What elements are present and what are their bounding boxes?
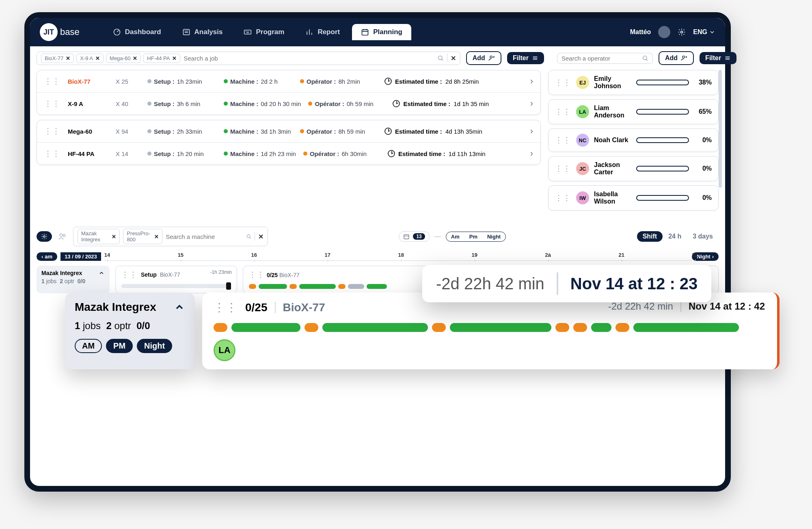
search-icon[interactable] bbox=[437, 55, 444, 61]
drag-icon[interactable]: ⋮⋮ bbox=[555, 107, 571, 116]
lane-machine-card[interactable]: Mazak Integrex 1 jobs 2 optr 0/0 bbox=[37, 266, 110, 293]
close-icon[interactable]: ✕ bbox=[154, 234, 159, 240]
job-row[interactable]: ⋮⋮HF-44 PAX 14Setup : 1h 20 minMachine :… bbox=[37, 142, 540, 165]
detail-delta: -2d 22h 42 min bbox=[608, 301, 673, 312]
operators-toolbar: Add Filter bbox=[551, 46, 725, 70]
close-icon[interactable]: ✕ bbox=[66, 55, 70, 61]
job-row[interactable]: ⋮⋮BioX-77X 25Setup : 1h 23minMachine : 2… bbox=[37, 70, 540, 92]
axis-tick: 17 bbox=[325, 252, 330, 258]
close-icon[interactable]: ✕ bbox=[95, 55, 100, 61]
nav-program[interactable]: Program bbox=[235, 24, 293, 40]
machine-chip[interactable]: PressPro-800✕ bbox=[123, 229, 162, 244]
detail-machine-card[interactable]: Mazak Integrex 1 jobs 2 optr 0/0 AM PM N… bbox=[65, 293, 195, 369]
setup-block[interactable]: ⋮⋮ Setup BioX-77 -1h 23min bbox=[115, 266, 237, 293]
operator-row[interactable]: ⋮⋮JCJackson Carter0% bbox=[548, 156, 719, 181]
clear-icon[interactable]: ✕ bbox=[451, 54, 456, 62]
nav-planning[interactable]: Planning bbox=[352, 24, 411, 40]
add-job-button[interactable]: Add bbox=[466, 51, 501, 65]
filter-jobs-button[interactable]: Filter bbox=[507, 52, 544, 64]
job-row[interactable]: ⋮⋮Mega-60X 94Setup : 2h 33minMachine : 3… bbox=[37, 120, 540, 142]
nav-label: Report bbox=[317, 28, 340, 36]
ampm-segment[interactable]: Am Pm Night bbox=[446, 232, 506, 242]
machine-search[interactable]: Mazak Integrex✕ PressPro-800✕ ✕ bbox=[73, 227, 268, 246]
operator-search[interactable] bbox=[557, 53, 653, 64]
chevron-right-icon[interactable]: › bbox=[530, 76, 533, 87]
clear-icon[interactable]: ✕ bbox=[258, 233, 263, 241]
float-delta: -2d 22h 42 min bbox=[436, 275, 544, 293]
chevron-up-icon[interactable] bbox=[98, 270, 105, 276]
svg-point-9 bbox=[43, 236, 45, 237]
lang-selector[interactable]: ENG bbox=[693, 28, 715, 36]
drag-icon[interactable]: ⋮⋮ bbox=[555, 78, 571, 87]
avatar[interactable] bbox=[658, 26, 670, 38]
nav-dashboard[interactable]: Dashboard bbox=[104, 24, 170, 40]
view-toggle[interactable]: Shift 24 h 3 days bbox=[637, 231, 719, 242]
menu-icon bbox=[532, 55, 538, 61]
job-row[interactable]: ⋮⋮X-9 AX 40Setup : 3h 6 minMachine : 0d … bbox=[37, 92, 540, 115]
job-operator: Opérator : 6h 30min bbox=[303, 150, 380, 157]
chevron-up-icon[interactable] bbox=[174, 301, 185, 313]
drag-icon[interactable]: ⋮⋮ bbox=[555, 193, 571, 202]
job-search[interactable]: BioX-77✕ X-9 A✕ Mega-60✕ HF-44 PA✕ ✕ bbox=[37, 52, 460, 65]
drag-icon[interactable]: ⋮⋮ bbox=[44, 77, 60, 86]
chevron-right-icon[interactable]: › bbox=[530, 98, 533, 109]
operator-avatar[interactable]: LA bbox=[214, 339, 235, 361]
job-search-input[interactable] bbox=[184, 55, 434, 62]
machine-search-input[interactable] bbox=[166, 233, 243, 240]
drag-icon[interactable]: ⋮⋮ bbox=[214, 301, 238, 314]
close-icon[interactable]: ✕ bbox=[172, 55, 177, 61]
detail-shift-pills[interactable]: AM PM Night bbox=[75, 339, 185, 353]
job-chip[interactable]: HF-44 PA✕ bbox=[143, 54, 180, 63]
drag-icon[interactable]: ⋮⋮ bbox=[249, 271, 265, 279]
nav-label: Program bbox=[256, 28, 284, 36]
job-operator: Opérator : 8h 59 min bbox=[300, 128, 377, 135]
drag-icon[interactable]: ⋮⋮ bbox=[121, 270, 138, 279]
chevron-right-icon[interactable]: › bbox=[530, 148, 533, 159]
operator-row[interactable]: ⋮⋮IWIsabella Wilson0% bbox=[548, 185, 719, 210]
search-icon[interactable] bbox=[246, 233, 251, 240]
divider bbox=[557, 272, 558, 295]
users-icon[interactable] bbox=[58, 232, 67, 241]
drag-icon[interactable]: ⋮⋮ bbox=[555, 164, 571, 173]
setup-progress[interactable] bbox=[121, 284, 231, 288]
chevron-right-icon[interactable]: › bbox=[530, 126, 533, 137]
close-icon[interactable]: ✕ bbox=[112, 234, 116, 240]
operator-row[interactable]: ⋮⋮NCNoah Clark0% bbox=[548, 128, 719, 152]
slider-knob[interactable] bbox=[226, 282, 231, 290]
gear-icon[interactable] bbox=[678, 28, 686, 36]
job-qty: X 25 bbox=[116, 78, 140, 85]
machine-chip[interactable]: Mazak Integrex✕ bbox=[78, 229, 120, 244]
scrollbar[interactable] bbox=[719, 70, 722, 188]
drag-icon[interactable]: ⋮⋮ bbox=[44, 149, 60, 158]
operator-badge: LA bbox=[576, 105, 589, 118]
nav-analysis[interactable]: Analysis bbox=[173, 24, 232, 40]
nav-label: Dashboard bbox=[125, 28, 161, 36]
operator-search-input[interactable] bbox=[561, 55, 639, 62]
axis-tick: 18 bbox=[398, 252, 404, 258]
job-chip[interactable]: BioX-77✕ bbox=[41, 54, 74, 63]
job-chip[interactable]: X-9 A✕ bbox=[76, 54, 104, 63]
settings-pill[interactable] bbox=[37, 231, 52, 242]
operator-row[interactable]: ⋮⋮EJEmily Johnson38% bbox=[548, 70, 719, 95]
job-chip[interactable]: Mega-60✕ bbox=[106, 54, 141, 63]
drag-icon[interactable]: ⋮⋮ bbox=[44, 99, 60, 108]
svg-point-8 bbox=[682, 56, 685, 58]
add-operator-button[interactable]: Add bbox=[659, 51, 694, 65]
axis-tick: 22 bbox=[692, 252, 698, 258]
date-pill[interactable]: 13 bbox=[399, 231, 429, 242]
axis-tick: 16 bbox=[251, 252, 257, 258]
drag-icon[interactable]: ⋮⋮ bbox=[44, 127, 60, 136]
job-estimated: Estimated time : 2d 8h 25min bbox=[384, 78, 523, 85]
search-icon[interactable] bbox=[642, 55, 648, 61]
detail-panel: Mazak Integrex 1 jobs 2 optr 0/0 AM PM N… bbox=[65, 293, 780, 369]
axis-prev[interactable]: ‹ am bbox=[37, 252, 57, 261]
operator-badge: NC bbox=[576, 134, 589, 147]
axis-tick: 14 bbox=[104, 252, 110, 258]
close-icon[interactable]: ✕ bbox=[133, 55, 137, 61]
operator-row[interactable]: ⋮⋮LALiam Anderson65% bbox=[548, 99, 719, 124]
filter-operators-button[interactable]: Filter bbox=[700, 52, 736, 64]
drag-icon[interactable]: ⋮⋮ bbox=[555, 136, 571, 145]
jobs-toolbar: BioX-77✕ X-9 A✕ Mega-60✕ HF-44 PA✕ ✕ Add… bbox=[30, 46, 551, 70]
detail-job-card[interactable]: ⋮⋮ 0/25 BioX-77 -2d 22h 42 min Nov 14 at… bbox=[202, 293, 780, 369]
nav-report[interactable]: Report bbox=[296, 24, 349, 40]
